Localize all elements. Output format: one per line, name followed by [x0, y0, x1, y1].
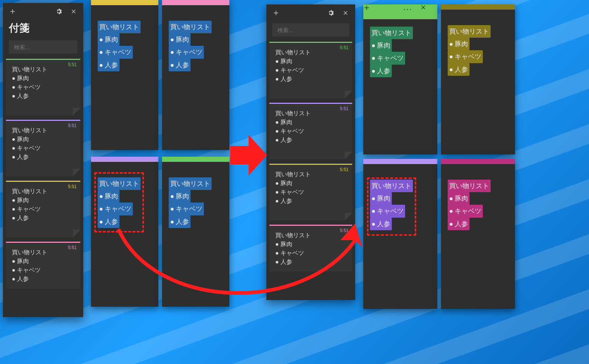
add-note-button[interactable] [5, 4, 20, 19]
note-body[interactable]: 買い物リスト ●豚肉 ●キャベツ ●人参 [91, 5, 158, 79]
gear-icon [327, 10, 334, 16]
note-item: ●キャベツ [275, 66, 346, 75]
note-item: ●人参 [12, 153, 74, 161]
sticky-note-pink[interactable]: 買い物リスト ●豚肉 ●キャベツ ●人参 [162, 0, 229, 150]
note-item: ●キャベツ [12, 266, 74, 275]
titlebar [266, 4, 355, 21]
note-item: ●人参 [275, 136, 346, 144]
search-box[interactable] [9, 40, 77, 54]
search-box[interactable] [272, 23, 349, 37]
note-item: ●豚肉 [275, 240, 346, 249]
note-item: ●キャベツ [275, 188, 346, 197]
note-item: ●キャベツ [12, 83, 74, 92]
list-item[interactable]: 5:51 買い物リスト ●豚肉 ●キャベツ ●人参 [269, 164, 352, 220]
note-item: ●キャベツ [12, 205, 74, 214]
sticky-note-magenta[interactable]: 買い物リスト ●豚肉 ●キャベツ ●人参 [441, 159, 515, 309]
note-time: 5:51 [68, 183, 77, 190]
list-item[interactable]: 5:51 買い物リスト ●豚肉 ●キャベツ ●人参 [6, 120, 80, 176]
settings-button[interactable] [323, 6, 338, 20]
note-time: 5:51 [340, 166, 349, 173]
note-time: 5:51 [68, 61, 77, 68]
note-body[interactable]: 買い物リスト ●豚肉 ●キャベツ ●人参 [363, 164, 437, 238]
note-item: ●人参 [275, 197, 346, 205]
add-note-button[interactable] [363, 4, 380, 19]
note-title: 買い物リスト [98, 21, 141, 33]
note-item: ●人参 [12, 92, 74, 101]
plus-icon [363, 4, 370, 11]
note-title: 買い物リスト [370, 27, 413, 39]
note-list: 5:51 買い物リスト ●豚肉 ●キャベツ ●人参 5:51 買い物リスト ●豚… [3, 57, 83, 293]
note-title: 買い物リスト [275, 48, 346, 57]
plus-icon [9, 8, 16, 15]
note-item: ●キャベツ [98, 46, 133, 58]
add-note-button[interactable] [269, 6, 283, 20]
note-body[interactable]: 買い物リスト ●豚肉 ●キャベツ ●人参 [91, 162, 158, 235]
close-icon [343, 10, 349, 16]
notes-list-window-right[interactable]: 5:51 買い物リスト ●豚肉 ●キャベツ ●人参 5:51 買い物リスト ●豚… [266, 4, 355, 300]
list-item[interactable]: 5:51 買い物リスト ●豚肉 ●キャベツ ●人参 [6, 181, 80, 237]
sticky-note-green[interactable]: 買い物リスト ●豚肉 ●キャベツ ●人参 [162, 157, 229, 307]
note-item: ●豚肉 [370, 192, 392, 205]
list-item[interactable]: 5:51 買い物リスト ●豚肉 ●キャベツ ●人参 [269, 225, 352, 272]
note-item: ●人参 [98, 59, 120, 71]
note-time: 5:51 [340, 105, 349, 112]
note-item: ●人参 [448, 218, 469, 230]
note-item: ●豚肉 [448, 192, 469, 205]
titlebar [3, 3, 83, 20]
note-title: 買い物リスト [98, 177, 141, 190]
note-item: ●キャベツ [448, 50, 483, 63]
note-body[interactable]: 買い物リスト ●豚肉 ●キャベツ ●人参 [162, 5, 229, 79]
list-item[interactable]: 5:51 買い物リスト ●豚肉 ●キャベツ ●人参 [6, 242, 80, 289]
close-button[interactable] [420, 4, 437, 19]
note-item: ●豚肉 [12, 196, 74, 205]
note-body[interactable]: 買い物リスト ●豚肉 ●キャベツ ●人参 [162, 162, 229, 235]
sticky-note-purple[interactable]: 買い物リスト ●豚肉 ●キャベツ ●人参 [91, 157, 158, 307]
list-item[interactable]: 5:51 買い物リスト ●豚肉 ●キャベツ ●人参 [269, 103, 352, 159]
close-button[interactable] [338, 6, 353, 20]
search-input[interactable] [277, 27, 349, 34]
list-item[interactable]: 5:51 買い物リスト ●豚肉 ●キャベツ ●人参 [6, 59, 80, 115]
note-body[interactable]: 買い物リスト ●豚肉 ●キャベツ ●人参 [441, 164, 515, 238]
note-time: 5:51 [68, 122, 77, 129]
note-title: 買い物リスト [12, 248, 74, 257]
note-title: 買い物リスト [448, 180, 491, 192]
note-title: 買い物リスト [370, 180, 413, 192]
note-title: 買い物リスト [275, 109, 346, 118]
note-title: 買い物リスト [275, 170, 346, 179]
notes-list-window-left[interactable]: 付箋 5:51 買い物リスト ●豚肉 ●キャベツ ●人参 5:51 買い物リスト… [3, 3, 83, 317]
note-body[interactable]: 買い物リスト ●豚肉 ●キャベツ ●人参 [441, 10, 515, 83]
note-item: ●豚肉 [275, 179, 346, 188]
note-item: ●キャベツ [169, 203, 204, 215]
sticky-note-green-active[interactable]: ··· 買い物リスト ●豚肉 ●キャベツ ●人参 [363, 4, 437, 154]
plus-icon [273, 10, 279, 16]
sticky-note-purple[interactable]: 買い物リスト ●豚肉 ●キャベツ ●人参 [363, 159, 437, 309]
note-body[interactable]: 買い物リスト ●豚肉 ●キャベツ ●人参 [363, 19, 437, 85]
sticky-note-yellow[interactable]: 買い物リスト ●豚肉 ●キャベツ ●人参 [91, 0, 158, 150]
note-item: ●豚肉 [12, 74, 74, 83]
note-item: ●人参 [98, 215, 120, 228]
note-item: ●人参 [169, 59, 191, 71]
note-item: ●人参 [370, 65, 392, 77]
note-item: ●キャベツ [370, 205, 405, 217]
note-title: 買い物リスト [12, 65, 74, 74]
note-title: 買い物リスト [169, 177, 212, 190]
search-input[interactable] [13, 44, 85, 51]
list-item[interactable]: 5:51 買い物リスト ●豚肉 ●キャベツ ●人参 [269, 42, 352, 98]
close-button[interactable] [66, 4, 81, 19]
note-item: ●キャベツ [275, 127, 346, 136]
note-item: ●キャベツ [448, 205, 483, 217]
note-item: ●キャベツ [370, 52, 405, 64]
note-item: ●人参 [12, 214, 74, 222]
note-title: 買い物リスト [12, 126, 74, 135]
settings-button[interactable] [51, 4, 66, 19]
note-title: 買い物リスト [169, 21, 212, 33]
note-item: ●豚肉 [448, 38, 469, 50]
note-title: 買い物リスト [12, 187, 74, 196]
note-item: ●豚肉 [12, 257, 74, 266]
sticky-note-olive[interactable]: 買い物リスト ●豚肉 ●キャベツ ●人参 [441, 4, 515, 154]
note-item: ●豚肉 [370, 39, 392, 52]
app-title: 付箋 [3, 20, 83, 38]
menu-button[interactable]: ··· [403, 4, 420, 19]
close-icon [71, 8, 77, 14]
note-title: 買い物リスト [448, 25, 491, 38]
